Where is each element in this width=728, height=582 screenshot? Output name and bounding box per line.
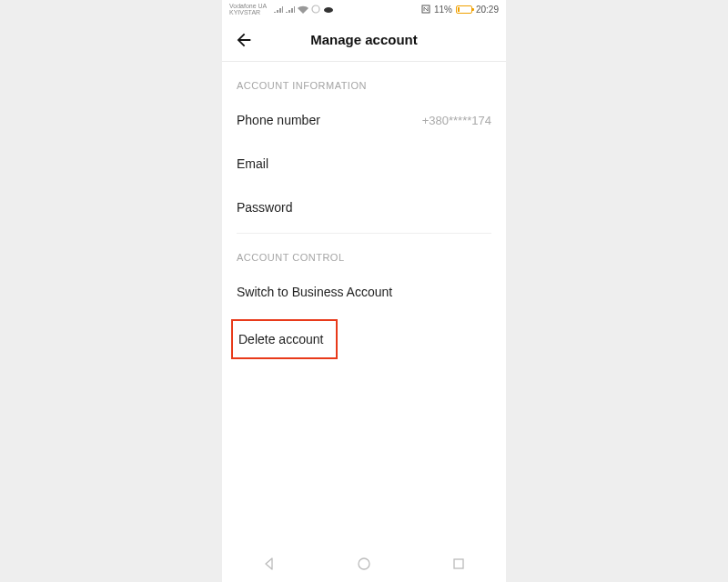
- nfc-icon: [421, 5, 430, 14]
- cloud-icon: [323, 5, 334, 13]
- phone-frame: Vodafone UA KYIVSTAR: [222, 0, 506, 582]
- triangle-left-icon: [262, 557, 277, 571]
- password-label: Password: [237, 200, 292, 215]
- nav-home-button[interactable]: [353, 553, 375, 575]
- delete-account-highlight: Delete account: [231, 319, 338, 359]
- carrier-1: Vodafone UA: [229, 3, 267, 9]
- svg-rect-4: [454, 559, 463, 568]
- section-header-info: ACCOUNT INFORMATION: [231, 62, 497, 98]
- phone-value: +380*****174: [422, 114, 491, 127]
- carrier-labels: Vodafone UA KYIVSTAR: [229, 3, 267, 15]
- signal-icon: [274, 5, 283, 13]
- app-header: Manage account: [222, 18, 506, 62]
- phone-number-row[interactable]: Phone number +380*****174: [231, 98, 497, 142]
- status-bar: Vodafone UA KYIVSTAR: [222, 0, 506, 18]
- clock: 20:29: [476, 5, 499, 15]
- password-row[interactable]: Password: [231, 186, 497, 229]
- back-button[interactable]: [233, 29, 255, 51]
- phone-label: Phone number: [237, 113, 320, 127]
- delete-account-label: Delete account: [238, 332, 323, 346]
- nav-recent-button[interactable]: [448, 553, 470, 575]
- page-title: Manage account: [310, 32, 418, 47]
- status-right: 11% 20:29: [421, 5, 499, 15]
- circle-icon: [357, 557, 371, 571]
- content-area: ACCOUNT INFORMATION Phone number +380***…: [222, 62, 506, 546]
- vibrate-icon: [311, 5, 320, 14]
- switch-business-row[interactable]: Switch to Business Account: [231, 270, 497, 314]
- arrow-left-icon: [234, 30, 254, 50]
- section-header-control: ACCOUNT CONTROL: [231, 234, 497, 270]
- email-label: Email: [237, 156, 268, 171]
- battery-percent: 11%: [434, 5, 452, 15]
- delete-account-row[interactable]: Delete account: [238, 332, 323, 346]
- battery-icon: [456, 5, 472, 14]
- nav-back-button[interactable]: [258, 553, 280, 575]
- carrier-2: KYIVSTAR: [229, 9, 267, 15]
- svg-point-1: [324, 7, 333, 13]
- svg-point-0: [312, 5, 319, 13]
- email-row[interactable]: Email: [231, 142, 497, 186]
- signal-icon-2: [286, 5, 295, 13]
- square-icon: [452, 557, 465, 570]
- status-icons: [274, 5, 334, 14]
- switch-business-label: Switch to Business Account: [237, 285, 392, 299]
- svg-point-3: [359, 558, 369, 569]
- wifi-icon: [298, 5, 308, 14]
- android-nav-bar: [222, 546, 506, 582]
